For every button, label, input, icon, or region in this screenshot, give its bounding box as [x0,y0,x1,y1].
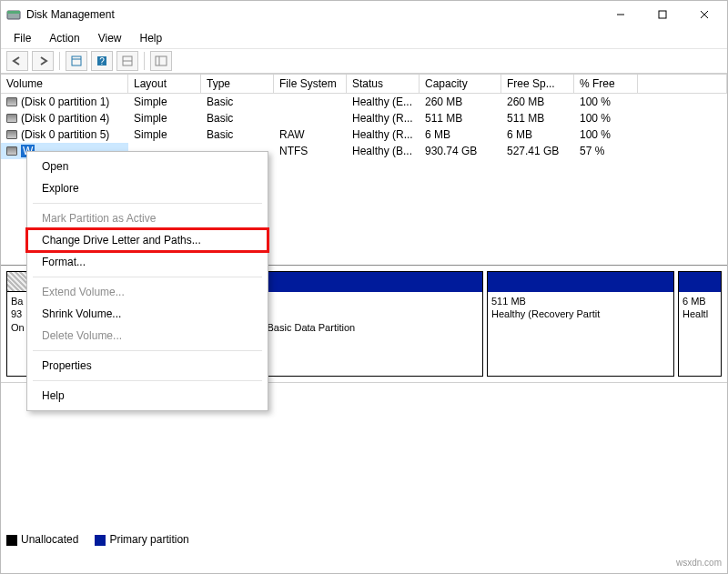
svg-rect-12 [156,56,167,65]
col-status[interactable]: Status [347,75,420,94]
col-capacity[interactable]: Capacity [420,75,501,94]
help-icon[interactable]: ? [91,51,113,71]
back-button[interactable] [6,51,28,71]
svg-rect-6 [72,56,81,65]
watermark: wsxdn.com [676,558,722,568]
ctx-extend: Extend Volume... [27,281,268,303]
ctx-open[interactable]: Open [27,156,268,177]
partition-block[interactable]: 6 MBHealtl [678,271,722,377]
toolbar: ? [1,48,727,74]
window-title: Disk Management [26,8,600,21]
forward-button[interactable] [32,51,54,71]
ctx-delete: Delete Volume... [27,325,268,347]
menu-help[interactable]: Help [133,30,170,46]
col-layout[interactable]: Layout [128,75,201,94]
svg-rect-3 [659,11,666,18]
detail-icon[interactable] [150,51,172,71]
col-volume[interactable]: Volume [1,75,128,94]
volume-row[interactable]: (Disk 0 partition 1) SimpleBasic Healthy… [1,94,727,110]
disk-icon [6,97,17,106]
title-bar: Disk Management [1,1,727,28]
legend: Unallocated Primary partition [6,533,189,546]
menu-action[interactable]: Action [42,30,86,46]
menu-bar: File Action View Help [1,28,727,48]
col-free[interactable]: Free Sp... [501,75,574,94]
col-pct[interactable]: % Free [574,75,638,94]
ctx-change-drive-letter[interactable]: Change Drive Letter and Paths... [27,229,268,251]
maximize-button[interactable] [642,1,683,28]
column-headers: Volume Layout Type File System Status Ca… [1,75,727,94]
ctx-help[interactable]: Help [27,385,268,407]
properties-icon[interactable] [66,51,87,71]
minimize-button[interactable] [600,1,642,28]
list-icon[interactable] [116,51,138,71]
legend-swatch-primary [95,535,106,546]
col-fs[interactable]: File System [274,75,347,94]
context-menu: Open Explore Mark Partition as Active Ch… [26,151,268,411]
ctx-format[interactable]: Format... [27,251,268,273]
ctx-properties[interactable]: Properties [27,355,268,377]
svg-text:?: ? [99,56,105,66]
ctx-shrink[interactable]: Shrink Volume... [27,303,268,325]
menu-file[interactable]: File [6,30,38,46]
disk-icon [6,114,17,123]
ctx-mark-active: Mark Partition as Active [27,207,268,229]
disk-icon [6,146,17,156]
close-button[interactable] [683,1,725,28]
volume-row[interactable]: (Disk 0 partition 5) SimpleBasicRAW Heal… [1,126,727,143]
menu-view[interactable]: View [91,30,129,46]
volume-row[interactable]: (Disk 0 partition 4) SimpleBasic Healthy… [1,110,727,126]
col-type[interactable]: Type [201,75,274,94]
ctx-explore[interactable]: Explore [27,177,268,199]
svg-rect-1 [7,11,20,14]
app-icon [6,7,21,22]
legend-swatch-unallocated [6,535,17,546]
disk-icon [6,130,17,139]
partition-block[interactable]: 511 MBHealthy (Recovery Partit [487,271,674,377]
